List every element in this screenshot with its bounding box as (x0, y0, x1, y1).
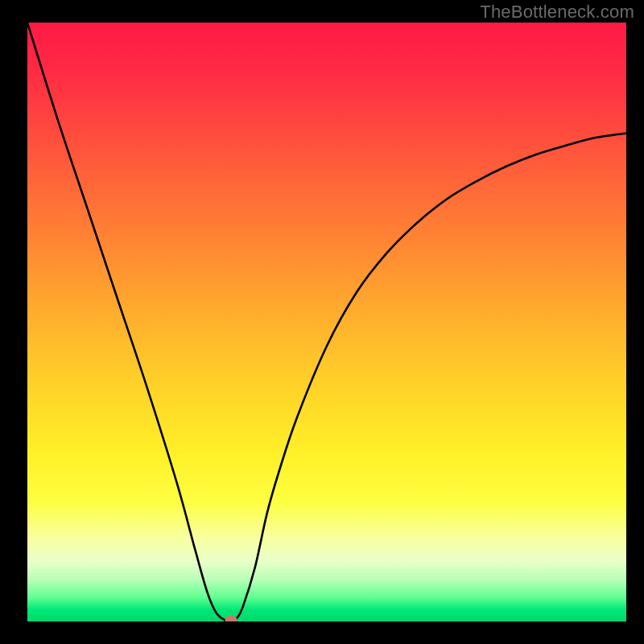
plot-area (27, 23, 626, 621)
bottleneck-curve (27, 23, 626, 621)
curve-path (27, 23, 626, 621)
chart-frame: TheBottleneck.com (0, 0, 644, 644)
optimal-point-marker (225, 616, 237, 622)
watermark-text: TheBottleneck.com (480, 2, 634, 23)
